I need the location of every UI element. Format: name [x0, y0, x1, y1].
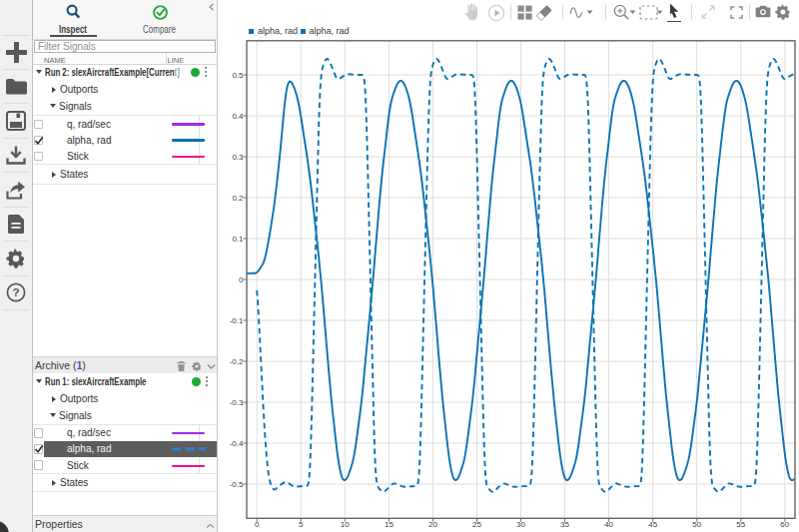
- svg-text:-0.2: -0.2: [230, 357, 244, 366]
- svg-text:45: 45: [648, 520, 657, 529]
- svg-text:15: 15: [385, 520, 394, 529]
- svg-text:0.2: 0.2: [232, 194, 244, 203]
- svg-text:60: 60: [780, 520, 789, 529]
- svg-text:-0.3: -0.3: [230, 398, 244, 407]
- svg-text:10: 10: [341, 520, 350, 529]
- svg-text:0: 0: [255, 520, 260, 529]
- svg-text:20: 20: [428, 520, 437, 529]
- svg-text:0.1: 0.1: [232, 235, 244, 244]
- svg-text:35: 35: [560, 520, 569, 529]
- svg-text:0.5: 0.5: [232, 71, 244, 80]
- svg-text:0.3: 0.3: [232, 153, 244, 162]
- svg-text:-0.1: -0.1: [230, 316, 244, 325]
- svg-text:-0.5: -0.5: [230, 480, 244, 489]
- svg-text:5: 5: [299, 520, 304, 529]
- svg-text:0: 0: [239, 275, 244, 284]
- svg-text:40: 40: [604, 520, 613, 529]
- svg-text:-0.4: -0.4: [230, 439, 244, 448]
- svg-text:25: 25: [472, 520, 481, 529]
- svg-text:50: 50: [692, 520, 701, 529]
- svg-text:30: 30: [516, 520, 525, 529]
- svg-text:0.4: 0.4: [232, 112, 244, 121]
- svg-text:55: 55: [736, 520, 745, 529]
